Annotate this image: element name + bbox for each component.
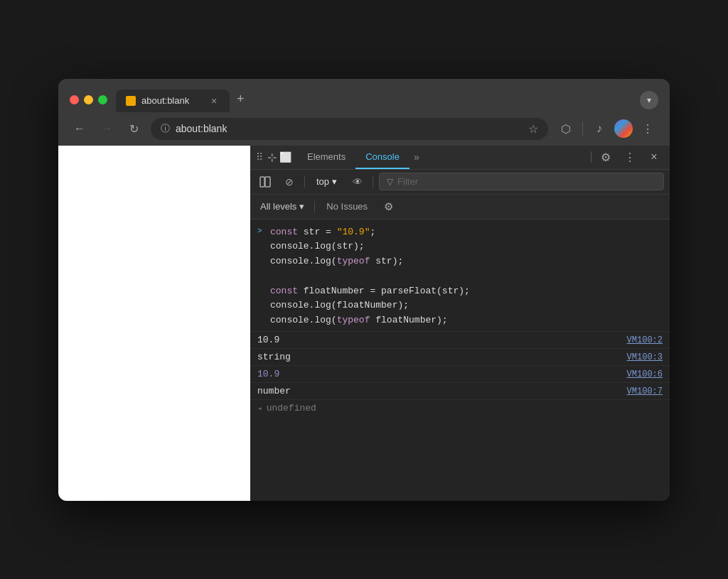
nav-actions: ⬡ ♪ ⋮ (555, 118, 658, 139)
console-code-block: const str = "10.9"; console.log(str); co… (270, 225, 663, 329)
console-clear-button[interactable]: ⊘ (280, 173, 299, 191)
code-var: str = (304, 227, 337, 237)
console-eye-button[interactable]: 👁 (348, 173, 367, 191)
inspect-icon[interactable]: ⊹ (267, 151, 277, 164)
address-bar[interactable]: ⓘ about:blank ☆ (151, 118, 548, 140)
close-traffic-light[interactable] (70, 95, 79, 104)
filter-placeholder: Filter (397, 176, 418, 187)
code-line-6: console.log(typeof floatNumber); (270, 313, 663, 328)
output-link-3[interactable]: VM100:6 (627, 369, 663, 379)
new-tab-button[interactable]: + (230, 87, 252, 111)
traffic-lights (70, 95, 107, 104)
tab-close-button[interactable]: × (208, 95, 220, 107)
console-filter-bar[interactable]: ▽ Filter (379, 173, 664, 190)
output-value-4: number (257, 386, 627, 396)
title-bar: about:blank × + ▾ (58, 79, 670, 112)
output-row-3: 10.9 VM100:6 (250, 366, 670, 383)
console-context-selector[interactable]: top ▾ (311, 175, 343, 188)
tab-favicon (126, 96, 136, 106)
devtools-actions: ⚙ ⋮ × (591, 147, 664, 167)
devtools-separator (591, 151, 592, 163)
address-info-icon: ⓘ (161, 122, 170, 135)
device-toolbar-icon[interactable]: ⬜ (279, 151, 291, 163)
nav-bar: ← → ↻ ⓘ about:blank ☆ ⬡ ♪ ⋮ (58, 112, 670, 146)
code-line-5: console.log(floatNumber); (270, 298, 663, 313)
svg-rect-0 (260, 177, 264, 187)
output-link-2[interactable]: VM100:3 (627, 352, 663, 362)
filter-icon: ▽ (387, 177, 393, 187)
console-toolbar: ⊘ top ▾ 👁 ▽ Filter (250, 170, 670, 195)
output-row-2: string VM100:3 (250, 349, 670, 366)
active-tab[interactable]: about:blank × (116, 90, 230, 112)
console-toolbar2: All levels ▾ No Issues ⚙ (250, 195, 670, 220)
avatar[interactable] (614, 119, 633, 138)
devtools-tab-bar: ⠿ ⊹ ⬜ Elements Console » ⚙ ⋮ × (250, 146, 670, 170)
code-line-2: console.log(str); (270, 239, 663, 254)
back-button[interactable]: ← (70, 119, 90, 139)
browser-window: about:blank × + ▾ ← → ↻ ⓘ about:blank ☆ … (58, 79, 670, 501)
code-line-blank (270, 269, 663, 284)
devtools-grip-icon: ⠿ (256, 151, 263, 163)
code-line-1: const str = "10.9"; (270, 225, 663, 240)
menu-button[interactable]: ⋮ (637, 118, 658, 139)
tab-bar: about:blank × + ▾ (116, 87, 658, 112)
bookmark-icon[interactable]: ☆ (528, 122, 538, 136)
keyword-typeof-1: typeof (337, 256, 370, 266)
keyword-const: const (270, 227, 304, 237)
output-value-2: string (257, 352, 627, 362)
code-line-3: console.log(typeof str); (270, 254, 663, 269)
code-string: "10.9" (337, 227, 370, 237)
console-code-entry: > const str = "10.9"; console.log(str); … (250, 222, 670, 332)
output-value-1: 10.9 (257, 335, 627, 345)
code-line-4: const floatNumber = parseFloat(str); (270, 284, 663, 299)
output-value-3: 10.9 (257, 369, 627, 379)
more-tabs-button[interactable]: » (410, 146, 424, 168)
browser-content: ⠿ ⊹ ⬜ Elements Console » ⚙ ⋮ × (58, 146, 670, 501)
console-sidebar-toggle[interactable] (256, 173, 274, 191)
devtools-settings-button[interactable]: ⚙ (596, 147, 616, 167)
undefined-arrow: ◂ (257, 404, 262, 413)
toolbar-separator-1 (304, 176, 305, 188)
output-link-1[interactable]: VM100:2 (627, 335, 663, 345)
address-text: about:blank (176, 123, 523, 134)
output-row-1: 10.9 VM100:2 (250, 332, 670, 349)
devtools-more-button[interactable]: ⋮ (620, 147, 640, 167)
tab-console[interactable]: Console (355, 146, 410, 169)
svg-rect-1 (265, 177, 270, 187)
minimize-traffic-light[interactable] (84, 95, 93, 104)
maximize-traffic-light[interactable] (98, 95, 107, 104)
devtools-panel: ⠿ ⊹ ⬜ Elements Console » ⚙ ⋮ × (250, 146, 670, 501)
entry-arrow: > (257, 227, 266, 235)
media-button[interactable]: ♪ (589, 118, 610, 139)
forward-button[interactable]: → (97, 119, 117, 139)
console-settings-button[interactable]: ⚙ (379, 197, 397, 216)
devtools-close-button[interactable]: × (644, 147, 664, 167)
output-link-4[interactable]: VM100:7 (627, 386, 663, 396)
tab-dropdown-button[interactable]: ▾ (640, 91, 658, 109)
extensions-button[interactable]: ⬡ (555, 118, 577, 139)
toolbar-separator-2 (373, 176, 373, 188)
tab-title: about:blank (141, 95, 203, 106)
toolbar2-separator (314, 201, 315, 212)
undefined-row: ◂ undefined (250, 400, 670, 416)
undefined-text: undefined (267, 403, 316, 413)
console-output: > const str = "10.9"; console.log(str); … (250, 220, 670, 501)
no-issues-label: No Issues (321, 200, 373, 213)
log-levels-button[interactable]: All levels ▾ (256, 200, 309, 213)
tab-elements[interactable]: Elements (297, 146, 355, 169)
nav-divider (582, 121, 583, 136)
page-area (58, 146, 250, 501)
keyword-const-2: const (270, 286, 304, 296)
reload-button[interactable]: ↻ (124, 119, 144, 139)
output-row-4: number VM100:7 (250, 383, 670, 400)
keyword-typeof-2: typeof (337, 315, 370, 325)
